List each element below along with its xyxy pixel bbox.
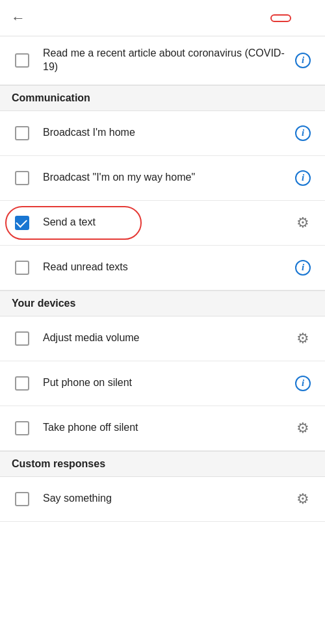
list-item: Read me a recent article about coronavir… — [0, 36, 325, 85]
gear-icon-say-something[interactable]: ⚙ — [291, 487, 315, 511]
checkbox-broadcast-home[interactable] — [15, 126, 29, 140]
checkbox-wrap — [10, 376, 34, 391]
item-label-adjust-volume: Adjust media volume — [34, 331, 291, 345]
checkbox-wrap — [10, 261, 34, 275]
checkbox-wrap — [10, 331, 34, 346]
checkbox-wrap — [10, 421, 34, 435]
more-button[interactable] — [296, 6, 320, 30]
section-header-communication: Communication — [0, 85, 325, 111]
info-icon-read-article[interactable]: i — [291, 49, 315, 72]
list-item-say-something: Say something⚙ — [0, 477, 325, 522]
item-label-say-something: Say something — [34, 492, 291, 506]
add-button[interactable] — [270, 14, 291, 22]
list-item-phone-off-silent: Take phone off silent⚙ — [0, 406, 325, 451]
item-label-broadcast-on-way: Broadcast "I'm on my way home" — [34, 171, 291, 185]
list-item-broadcast-home: Broadcast I'm homei — [0, 111, 325, 156]
checkbox-adjust-volume[interactable] — [15, 331, 29, 346]
info-icon-broadcast-home[interactable]: i — [291, 122, 315, 145]
back-button[interactable]: ← — [5, 5, 31, 31]
section-header-custom-responses: Custom responses — [0, 451, 325, 477]
list-item-adjust-volume: Adjust media volume⚙ — [0, 316, 325, 361]
section-header-your-devices: Your devices — [0, 290, 325, 316]
gear-icon-send-text[interactable]: ⚙ — [291, 211, 315, 235]
sections-list: CommunicationBroadcast I'm homeiBroadcas… — [0, 85, 325, 522]
item-label-send-text: Send a text — [34, 216, 291, 229]
checkbox-read-article[interactable] — [15, 53, 29, 68]
info-icon-read-unread[interactable]: i — [291, 256, 315, 279]
info-icon-phone-silent[interactable]: i — [291, 372, 315, 395]
item-label-read-article: Read me a recent article about coronavir… — [34, 47, 291, 74]
header: ← — [0, 0, 325, 36]
item-label-read-unread: Read unread texts — [34, 261, 291, 274]
checkbox-send-text[interactable] — [15, 216, 29, 230]
gear-icon-phone-off-silent[interactable]: ⚙ — [291, 417, 315, 440]
checkbox-phone-off-silent[interactable] — [15, 421, 29, 435]
checkbox-wrap — [10, 492, 34, 506]
back-icon: ← — [11, 10, 25, 27]
list-item-phone-silent: Put phone on silenti — [0, 361, 325, 406]
list-item-read-unread: Read unread textsi — [0, 246, 325, 290]
list-item-broadcast-on-way: Broadcast "I'm on my way home"i — [0, 156, 325, 201]
checkbox-wrap — [10, 53, 34, 68]
item-label-phone-silent: Put phone on silent — [34, 376, 291, 390]
checkbox-wrap — [10, 126, 34, 140]
info-icon-broadcast-on-way[interactable]: i — [291, 166, 315, 190]
item-label-phone-off-silent: Take phone off silent — [34, 421, 291, 435]
checkbox-say-something[interactable] — [15, 492, 29, 506]
gear-icon-adjust-volume[interactable]: ⚙ — [291, 327, 315, 350]
checkbox-read-unread[interactable] — [15, 261, 29, 275]
checkbox-wrap — [10, 171, 34, 185]
checkbox-phone-silent[interactable] — [15, 376, 29, 391]
list-item-send-text: Send a text⚙ — [0, 201, 325, 246]
checkbox-broadcast-on-way[interactable] — [15, 171, 29, 185]
top-items-list: Read me a recent article about coronavir… — [0, 36, 325, 85]
checkbox-wrap — [10, 216, 34, 230]
item-label-broadcast-home: Broadcast I'm home — [34, 126, 291, 140]
